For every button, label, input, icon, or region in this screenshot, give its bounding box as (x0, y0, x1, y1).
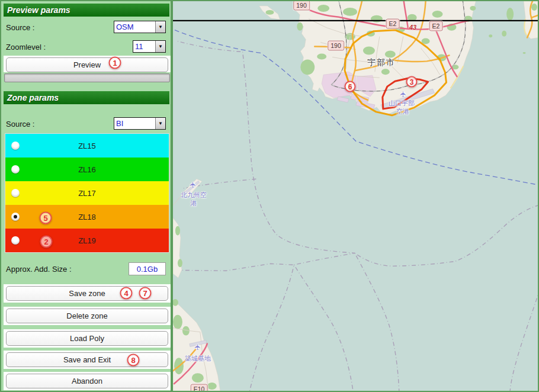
zl16-row[interactable]: ZL16 (5, 158, 169, 181)
route-badge-e2-west: E2 (386, 19, 400, 29)
annotation-4-save-zone: 4 (120, 287, 133, 300)
zoomlevel-value: 11 (133, 42, 155, 51)
preview-params-header: Preview params (4, 4, 169, 17)
zl17-row[interactable]: ZL17 (5, 181, 169, 205)
zone-source-label: Source : (6, 120, 34, 128)
annotation-5-zl18: 5 (40, 212, 52, 224)
airplane-icon: ✈ (399, 91, 408, 98)
zoomlevel-select[interactable]: 11 ▼ (133, 40, 166, 53)
ube-airport-label-line1: 山口宇部 (389, 99, 415, 108)
preview-source-label: Source : (6, 23, 34, 32)
zl18-label: ZL18 (5, 213, 169, 221)
zl16-radio[interactable] (11, 165, 20, 173)
preview-source-value: OSM (114, 23, 155, 31)
airplane-icon: ✈ (193, 344, 202, 351)
zl17-label: ZL17 (5, 189, 169, 198)
load-poly-button[interactable]: Load Poly (6, 331, 168, 346)
zl19-label: ZL19 (5, 236, 169, 245)
sidebar: Preview params Source : OSM ▼ Zoomlevel … (0, 0, 172, 392)
zl19-row[interactable]: ZL19 (5, 229, 169, 252)
zl16-label: ZL16 (5, 165, 169, 174)
route-badge-e10: E10 (191, 384, 208, 392)
zl19-radio[interactable] (11, 236, 20, 245)
kitakyushu-airport-label-line1: 北九州空 (181, 191, 207, 200)
annotation-8-save-exit: 8 (127, 354, 140, 367)
approx-size-label: Approx. Add. Size : (6, 265, 72, 274)
preview-progressbar (4, 73, 170, 82)
zoomlevel-rows: ZL15 ZL16 ZL17 ZL18 ZL19 (5, 133, 169, 253)
tsuiki-base-label: 築城基地 (185, 354, 211, 363)
route-badge-190-city: 190 (328, 41, 344, 51)
zone-params-header: Zone params (4, 91, 169, 104)
annotation-6-port: 6 (345, 81, 356, 92)
zl17-radio[interactable] (11, 189, 20, 197)
route-label-43: 43 (409, 24, 416, 31)
route-badge-e2-east: E2 (429, 21, 443, 31)
kitakyushu-airport-label-line2: 港 (191, 199, 197, 208)
chevron-down-icon[interactable]: ▼ (155, 41, 165, 52)
zone-source-value: BI (114, 119, 155, 128)
preview-button[interactable]: Preview (6, 57, 168, 72)
delete-zone-button[interactable]: Delete zone (6, 309, 168, 323)
zl15-radio[interactable] (11, 142, 20, 150)
annotation-7-save-zone: 7 (139, 287, 152, 300)
route-badge-190-north: 190 (293, 1, 310, 11)
annotation-1-preview: 1 (109, 57, 121, 69)
airplane-icon: ✈ (188, 182, 197, 188)
map-tiles (173, 1, 538, 391)
abandon-button[interactable]: Abandon (6, 374, 168, 388)
approx-size-field[interactable]: 0.1Gb (129, 262, 166, 275)
chevron-down-icon[interactable]: ▼ (155, 118, 165, 129)
preview-source-select[interactable]: OSM ▼ (114, 21, 166, 33)
ube-airport-label-line2: 空港 (396, 107, 409, 116)
zone-source-select[interactable]: BI ▼ (114, 117, 166, 130)
zl18-radio-selected[interactable] (11, 213, 20, 221)
zl15-row[interactable]: ZL15 (5, 134, 169, 158)
city-label-ube: 宇部市 (367, 57, 396, 68)
zoomlevel-label: Zoomlevel : (6, 43, 46, 52)
map-zone-editor-window: Preview params Source : OSM ▼ Zoomlevel … (0, 0, 539, 392)
annotation-2-zl19: 2 (40, 236, 53, 248)
annotation-3-airport-zone: 3 (406, 76, 418, 88)
zl15-label: ZL15 (5, 142, 169, 150)
chevron-down-icon[interactable]: ▼ (155, 21, 165, 33)
zl18-row[interactable]: ZL18 (5, 205, 169, 229)
save-and-exit-button[interactable]: Save and Exit (6, 352, 168, 367)
map-viewport[interactable]: 宇部市 山口宇部 空港 北九州空 港 築城基地 ✈ ✈ ✈ 190 190 E2… (172, 0, 539, 392)
